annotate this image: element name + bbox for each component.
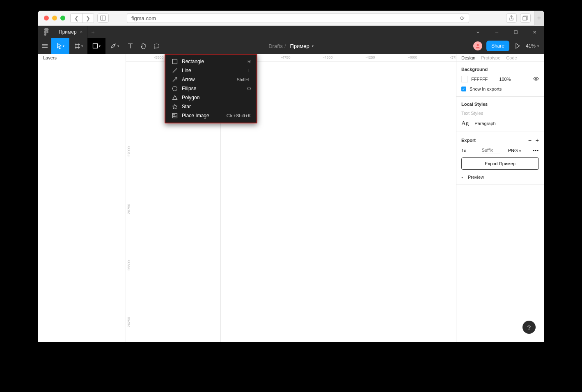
prototype-tab[interactable]: Prototype — [481, 55, 500, 60]
present-button[interactable] — [513, 43, 522, 49]
shape-line[interactable]: Line L — [165, 66, 257, 75]
background-section: Background FFFFFF 100% ✓ Show in exports — [456, 62, 544, 97]
text-tool[interactable] — [124, 38, 137, 54]
export-scale[interactable]: 1x — [461, 148, 466, 153]
chevron-down-icon: ▾ — [537, 44, 539, 48]
export-title: Export — [461, 138, 476, 143]
visibility-icon[interactable] — [533, 77, 539, 82]
text-styles-label: Text Styles — [461, 111, 539, 116]
new-file-tab-button[interactable]: + — [87, 29, 99, 35]
design-tab[interactable]: Design — [461, 55, 475, 60]
traffic-lights — [44, 16, 65, 21]
nav-buttons: ❮ ❯ — [70, 13, 94, 23]
refresh-icon[interactable]: ⟳ — [460, 15, 465, 21]
close-tab-icon[interactable]: × — [80, 29, 83, 35]
sidebar-toggle[interactable] — [97, 14, 109, 23]
chevron-down-icon: ▾ — [117, 44, 119, 48]
new-tab-button[interactable]: + — [534, 11, 544, 26]
breadcrumb-file: Пример — [290, 43, 309, 49]
url-bar[interactable]: figma.com ⟳ — [127, 13, 469, 23]
user-avatar[interactable] — [473, 41, 482, 50]
paragraph-style[interactable]: Paragraph — [474, 121, 495, 126]
svg-point-3 — [46, 31, 48, 33]
local-styles-title: Local Styles — [461, 102, 539, 107]
vertical-ruler: -27000 -26750 -26500 -26250 -26000 — [126, 62, 134, 342]
export-minus-icon[interactable]: − — [528, 137, 532, 144]
main-menu-button[interactable] — [38, 38, 51, 54]
svg-point-14 — [114, 44, 115, 45]
left-panel-tabs: Layers Assets — [38, 54, 126, 62]
export-format[interactable]: PNG ▾ — [508, 148, 521, 153]
left-panel: Layers Assets — [38, 54, 126, 342]
share-browser-button[interactable] — [506, 14, 517, 23]
svg-point-24 — [535, 78, 537, 80]
background-title: Background — [461, 67, 539, 72]
tabs-overview-button[interactable] — [520, 14, 531, 23]
svg-point-21 — [173, 87, 177, 91]
shape-arrow[interactable]: Arrow Shift+L — [165, 75, 257, 84]
rectangle-icon — [171, 59, 179, 64]
chevron-down-icon: ▾ — [63, 44, 64, 48]
zoom-control[interactable]: 41% ▾ — [526, 43, 539, 49]
layers-tab[interactable]: Layers — [43, 55, 57, 60]
background-opacity[interactable]: 100% — [499, 77, 511, 82]
star-icon — [171, 104, 179, 109]
svg-rect-5 — [514, 30, 517, 33]
chevron-down-icon: ▾ — [81, 44, 83, 48]
export-plus-icon[interactable]: + — [536, 137, 539, 144]
minimize-window-button[interactable] — [52, 16, 57, 21]
svg-line-19 — [173, 68, 177, 73]
move-tool[interactable]: ▾ — [51, 38, 69, 54]
window-menu-chevron[interactable] — [468, 26, 487, 38]
window-close[interactable] — [525, 26, 544, 38]
shape-tool[interactable]: ▾ — [87, 38, 105, 54]
svg-rect-13 — [93, 44, 98, 48]
forward-button[interactable]: ❯ — [82, 14, 94, 23]
chevron-down-icon: ▾ — [312, 44, 314, 48]
caret-down-icon[interactable]: ▾ — [461, 175, 463, 179]
back-button[interactable]: ❮ — [71, 14, 82, 23]
window-maximize[interactable] — [506, 26, 525, 38]
figma-logo-icon[interactable] — [38, 28, 55, 36]
svg-point-23 — [174, 114, 174, 115]
browser-chrome: ❮ ❯ figma.com ⟳ + — [38, 11, 544, 26]
image-icon — [171, 113, 179, 119]
main-area: Layers Assets -5500 -5250 -5000 -4750 -4… — [38, 54, 544, 342]
help-button[interactable]: ? — [522, 321, 536, 334]
maximize-window-button[interactable] — [60, 16, 65, 21]
shape-ellipse[interactable]: Ellipse O — [165, 84, 257, 93]
right-panel: Design Prototype Code Background FFFFFF … — [456, 54, 544, 342]
code-tab[interactable]: Code — [506, 55, 517, 60]
hand-tool[interactable] — [137, 38, 150, 54]
pen-tool[interactable]: ▾ — [105, 38, 124, 54]
preview-label[interactable]: Preview — [468, 175, 484, 180]
file-tab[interactable]: Пример × — [55, 26, 87, 38]
browser-window: ❮ ❯ figma.com ⟳ + Пример × + — [38, 11, 544, 342]
shape-star[interactable]: Star — [165, 102, 257, 111]
comment-tool[interactable] — [150, 38, 163, 54]
export-suffix-input[interactable] — [482, 148, 500, 153]
frame-tool[interactable]: ▾ — [69, 38, 87, 54]
zoom-value: 41% — [526, 43, 536, 49]
figma-tab-bar: Пример × + — [38, 26, 544, 38]
breadcrumb[interactable]: Drafts / Пример ▾ — [268, 43, 314, 49]
shape-rectangle[interactable]: Rectangle R — [165, 57, 257, 66]
shape-polygon[interactable]: Polygon — [165, 93, 257, 102]
close-window-button[interactable] — [44, 16, 49, 21]
window-minimize[interactable] — [487, 26, 506, 38]
figma-toolbar: ▾ ▾ ▾ ▾ Drafts / Пример ▾ — [38, 38, 544, 54]
export-more-icon[interactable]: ••• — [533, 148, 539, 153]
chevron-down-icon: ▾ — [99, 44, 101, 48]
share-button[interactable]: Share — [486, 41, 509, 51]
ag-icon: Ag — [461, 120, 469, 127]
background-swatch[interactable] — [461, 76, 468, 82]
shape-place-image[interactable]: Place Image Ctrl+Shift+K — [165, 111, 257, 120]
polygon-icon — [171, 95, 179, 100]
show-exports-checkbox[interactable]: ✓ — [461, 87, 466, 91]
svg-rect-2 — [523, 17, 527, 20]
background-hex[interactable]: FFFFFF — [471, 77, 488, 82]
export-section: Export − + 1x PNG ▾ ••• Export Пример ▾ … — [456, 132, 544, 185]
canvas[interactable]: -5500 -5250 -5000 -4750 -4500 -4250 -400… — [126, 54, 456, 342]
svg-rect-0 — [101, 16, 106, 21]
export-button[interactable]: Export Пример — [461, 157, 539, 170]
